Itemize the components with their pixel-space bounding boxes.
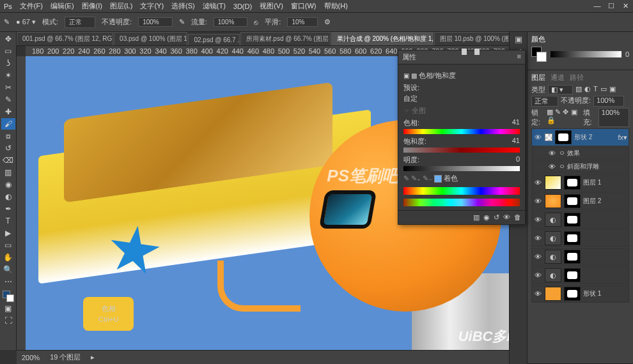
sat-value[interactable]: 41 bbox=[512, 137, 520, 146]
lock-icons[interactable]: ▩ ✎ ✥ ▣ 🔒 bbox=[547, 108, 580, 127]
gradient-tool[interactable]: ▥ bbox=[1, 167, 15, 178]
blend-mode-select[interactable]: 正常 bbox=[65, 17, 95, 28]
crop-tool[interactable]: ✂ bbox=[1, 82, 15, 93]
menu-edit[interactable]: 编辑(E) bbox=[51, 1, 74, 11]
light-slider[interactable] bbox=[403, 166, 520, 171]
visibility-icon[interactable]: 👁 bbox=[533, 290, 542, 298]
layer-row[interactable]: 👁◐ bbox=[531, 211, 629, 229]
layer-name[interactable]: 形状 1 bbox=[583, 289, 627, 298]
filter-type-icon[interactable]: T bbox=[593, 85, 598, 95]
eyedropper-tool[interactable]: ✎ bbox=[1, 94, 15, 105]
menu-filter[interactable]: 滤镜(T) bbox=[203, 1, 226, 11]
visibility-icon[interactable]: 👁 bbox=[533, 216, 542, 224]
quick-mask-toggle[interactable]: ▣ bbox=[1, 303, 15, 314]
menu-type[interactable]: 文字(Y) bbox=[140, 1, 164, 11]
menu-select[interactable]: 选择(S) bbox=[171, 1, 195, 11]
layer-opacity[interactable]: 100% bbox=[593, 96, 624, 107]
layer-row[interactable]: 👁◐ bbox=[531, 248, 629, 266]
doc-tab-4[interactable]: 果汁合成 @ 200% (色相/饱和度 1, 图层蒙版/8) bbox=[331, 32, 434, 45]
menu-layer[interactable]: 图层(L) bbox=[110, 1, 132, 11]
fgbg-swatch[interactable] bbox=[531, 47, 547, 62]
smooth-field[interactable]: 10% bbox=[287, 17, 318, 27]
layer-row[interactable]: 👁◐ bbox=[531, 266, 629, 284]
filter-kind-select[interactable]: ◧ ▾ bbox=[548, 85, 573, 95]
menu-view[interactable]: 视图(V) bbox=[260, 1, 283, 11]
sat-slider[interactable] bbox=[403, 148, 520, 153]
filter-smart-icon[interactable]: ▣ bbox=[609, 85, 616, 95]
layer-mask[interactable] bbox=[564, 176, 581, 190]
dodge-tool[interactable]: ◐ bbox=[1, 191, 15, 202]
hand-icon[interactable]: ☞ bbox=[403, 107, 410, 114]
blend-select[interactable]: 正常 bbox=[531, 96, 558, 107]
lasso-tool[interactable]: ʖ bbox=[1, 57, 15, 69]
layer-mask[interactable] bbox=[564, 287, 581, 301]
visibility-icon[interactable]: 👁 bbox=[533, 271, 542, 279]
zoom-tool[interactable]: 🔍 bbox=[1, 264, 15, 275]
smooth-gear-icon[interactable]: ⚙ bbox=[324, 18, 331, 26]
opacity-field[interactable]: 100% bbox=[138, 17, 173, 27]
fill-value[interactable]: 100% bbox=[598, 108, 629, 127]
layer-mask[interactable] bbox=[564, 213, 581, 227]
channels-tab[interactable]: 通道 bbox=[551, 73, 565, 82]
hue-slider[interactable] bbox=[403, 129, 520, 134]
visibility-icon[interactable]: 👁 bbox=[533, 133, 542, 141]
visibility-icon[interactable]: 👁 bbox=[533, 197, 542, 205]
zoom-level[interactable]: 200% bbox=[22, 354, 40, 361]
status-arrow-icon[interactable]: ▸ bbox=[91, 353, 95, 361]
layer-mask[interactable] bbox=[564, 268, 581, 282]
visibility-icon[interactable]: 👁 bbox=[547, 149, 556, 157]
light-value[interactable]: 0 bbox=[516, 155, 520, 165]
color-tab[interactable]: 颜色 bbox=[531, 34, 545, 44]
panel-menu-icon[interactable]: ≡ bbox=[517, 52, 521, 62]
brush-tool[interactable]: 🖌 bbox=[1, 118, 15, 130]
hand-tool[interactable]: ✋ bbox=[1, 252, 15, 263]
view-prev-icon[interactable]: ◉ bbox=[483, 213, 490, 222]
quick-select-tool[interactable]: ✶ bbox=[1, 70, 15, 81]
eraser-tool[interactable]: ⌫ bbox=[1, 155, 15, 166]
layer-effect[interactable]: 👁ㅇ 斜面和浮雕 bbox=[531, 160, 629, 173]
visibility-icon[interactable]: 👁 bbox=[547, 163, 556, 171]
type-tool[interactable]: T bbox=[1, 215, 15, 227]
screen-mode-toggle[interactable]: ⛶ bbox=[1, 315, 15, 326]
window-minimize[interactable]: — bbox=[593, 2, 601, 10]
clip-icon[interactable]: ▥ bbox=[473, 213, 480, 222]
menu-3d[interactable]: 3D(D) bbox=[233, 3, 252, 10]
layer-name[interactable]: 图层 2 bbox=[583, 197, 627, 206]
fx-badge[interactable]: fx▾ bbox=[618, 133, 627, 142]
colorize-checkbox[interactable] bbox=[434, 175, 442, 183]
shape-tool[interactable]: ▭ bbox=[1, 239, 15, 251]
doc-tab-1[interactable]: 03.psd @ 100% (图层 12... bbox=[114, 32, 187, 45]
move-tool[interactable]: ✥ bbox=[1, 33, 15, 45]
layers-tab[interactable]: 图层 bbox=[531, 73, 545, 82]
trash-icon[interactable]: 🗑 bbox=[514, 213, 521, 222]
hue-value[interactable]: 41 bbox=[512, 118, 520, 128]
layer-effect[interactable]: 👁ㅇ 效果 bbox=[531, 147, 629, 160]
layer-row[interactable]: 👁图层 1 bbox=[531, 174, 629, 192]
flow-field[interactable]: 100% bbox=[214, 17, 248, 27]
history-icon[interactable]: ▣ bbox=[515, 34, 522, 44]
layer-row[interactable]: 👁◐ bbox=[531, 229, 629, 247]
brush-tool-icon[interactable]: ✎ bbox=[4, 18, 10, 26]
layer-mask[interactable] bbox=[564, 250, 581, 264]
layer-name[interactable]: 形状 2 bbox=[574, 133, 615, 142]
layer-mask[interactable] bbox=[555, 130, 572, 144]
doc-tab-3[interactable]: 所用素材.psd @ 66.7% (图层 10... bbox=[240, 32, 331, 45]
menu-window[interactable]: 窗口(W) bbox=[291, 1, 316, 11]
eyedropper-icons[interactable]: ✎ ✎₊ ✎₋ bbox=[403, 174, 432, 182]
menu-file[interactable]: 文件(F) bbox=[20, 1, 43, 11]
stamp-tool[interactable]: ⧈ bbox=[1, 130, 15, 142]
filter-adj-icon[interactable]: ◐ bbox=[584, 85, 591, 95]
pen-tool[interactable]: ✒ bbox=[1, 203, 15, 215]
layer-row[interactable]: 👁形状 2fx▾ bbox=[531, 128, 629, 146]
layer-mask[interactable] bbox=[564, 231, 581, 245]
visibility-icon[interactable]: 👁 bbox=[533, 234, 542, 242]
edit-toolbar[interactable]: ⋯ bbox=[1, 276, 15, 287]
reset-icon[interactable]: ↺ bbox=[494, 213, 499, 222]
airbrush-icon[interactable]: ⎋ bbox=[254, 19, 258, 26]
visibility-icon[interactable]: 👁 bbox=[533, 179, 542, 186]
layer-row[interactable]: 👁形状 1 bbox=[531, 285, 629, 303]
filter-pixel-icon[interactable]: ▧ bbox=[575, 85, 582, 95]
doc-info[interactable]: 19 个图层 bbox=[50, 353, 81, 362]
menu-image[interactable]: 图像(I) bbox=[82, 1, 102, 11]
menu-help[interactable]: 帮助(H) bbox=[324, 1, 348, 11]
